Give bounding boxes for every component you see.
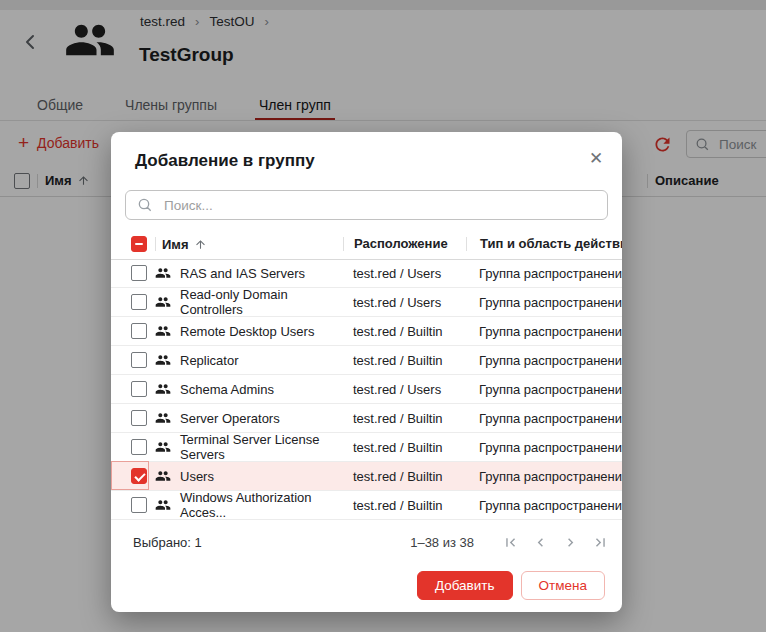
table-row[interactable]: Terminal Server License Servers test.red…	[111, 433, 622, 462]
dialog-search-input[interactable]	[162, 197, 607, 214]
add-to-group-dialog: Добавление в группу ✕ Имя Расположение Т…	[111, 132, 622, 612]
close-icon[interactable]: ✕	[586, 149, 606, 169]
row-location: test.red / Builtin	[343, 353, 466, 368]
row-name: Users	[180, 469, 214, 484]
row-location: test.red / Builtin	[343, 411, 466, 426]
group-icon	[155, 410, 171, 426]
row-name: Remote Desktop Users	[180, 324, 314, 339]
row-location: test.red / Users	[343, 382, 466, 397]
last-page-icon[interactable]	[588, 530, 612, 554]
search-icon	[137, 197, 153, 213]
row-type: Группа распространения	[466, 498, 622, 513]
row-location: test.red / Builtin	[343, 498, 466, 513]
row-name: Terminal Server License Servers	[180, 432, 343, 462]
column-header-name[interactable]: Имя	[162, 237, 189, 252]
sort-asc-icon[interactable]	[194, 238, 207, 251]
table-row[interactable]: Remote Desktop Users test.red / Builtin …	[111, 317, 622, 346]
row-type: Группа распространения	[466, 266, 622, 281]
table-row[interactable]: Windows Authorization Acces... test.red …	[111, 491, 622, 520]
row-type: Группа распространения	[466, 324, 622, 339]
pagination: 1–38 из 38	[410, 530, 612, 554]
group-icon	[155, 468, 171, 484]
group-icon	[155, 352, 171, 368]
row-checkbox[interactable]	[131, 410, 147, 426]
row-type: Группа распространения	[466, 469, 622, 484]
row-checkbox[interactable]	[131, 323, 147, 339]
row-name: Read-only Domain Controllers	[180, 287, 343, 317]
row-type: Группа распространения	[466, 411, 622, 426]
previous-page-icon[interactable]	[528, 530, 552, 554]
table-row[interactable]: Replicator test.red / Builtin Группа рас…	[111, 346, 622, 375]
row-checkbox[interactable]	[131, 439, 147, 455]
row-location: test.red / Builtin	[343, 324, 466, 339]
cancel-button[interactable]: Отмена	[521, 571, 605, 600]
row-name: Windows Authorization Acces...	[180, 490, 343, 520]
row-name: Replicator	[180, 353, 239, 368]
submit-button[interactable]: Добавить	[417, 571, 513, 600]
pagination-range: 1–38 из 38	[410, 535, 474, 550]
row-checkbox[interactable]	[131, 497, 147, 513]
group-icon	[155, 381, 171, 397]
table-row[interactable]: Users test.red / Builtin Группа распрост…	[111, 462, 622, 491]
group-icon	[155, 265, 171, 281]
next-page-icon[interactable]	[558, 530, 582, 554]
select-all-checkbox[interactable]	[131, 236, 147, 252]
row-location: test.red / Builtin	[343, 440, 466, 455]
column-header-type[interactable]: Тип и область действия группы	[466, 237, 622, 251]
dialog-title: Добавление в группу	[135, 151, 315, 171]
row-checkbox[interactable]	[131, 352, 147, 368]
group-icon	[155, 497, 171, 513]
dialog-search-box[interactable]	[125, 190, 608, 220]
row-checkbox[interactable]	[131, 265, 147, 281]
row-location: test.red / Builtin	[343, 469, 466, 484]
first-page-icon[interactable]	[498, 530, 522, 554]
column-header-location[interactable]: Расположение	[343, 237, 466, 251]
dialog-table-header: Имя Расположение Тип и область действия …	[111, 229, 622, 260]
row-name: RAS and IAS Servers	[180, 266, 305, 281]
row-location: test.red / Users	[343, 266, 466, 281]
row-type: Группа распространения	[466, 382, 622, 397]
row-name: Server Operators	[180, 411, 280, 426]
row-type: Группа распространения	[466, 440, 622, 455]
row-name: Schema Admins	[180, 382, 274, 397]
table-row[interactable]: Server Operators test.red / Builtin Груп…	[111, 404, 622, 433]
dialog-table-body: RAS and IAS Servers test.red / Users Гру…	[111, 259, 622, 520]
row-type: Группа распространения	[466, 295, 622, 310]
row-checkbox[interactable]	[131, 294, 147, 310]
table-row[interactable]: Schema Admins test.red / Users Группа ра…	[111, 375, 622, 404]
row-checkbox[interactable]	[131, 381, 147, 397]
selected-count: Выбрано: 1	[133, 535, 202, 550]
row-checkbox[interactable]	[131, 468, 147, 484]
dialog-actions: Добавить Отмена	[417, 571, 605, 600]
group-icon	[155, 439, 171, 455]
group-icon	[155, 323, 171, 339]
table-row[interactable]: Read-only Domain Controllers test.red / …	[111, 288, 622, 317]
dialog-footer: Выбрано: 1 1–38 из 38	[111, 526, 622, 558]
row-location: test.red / Users	[343, 295, 466, 310]
group-icon	[155, 294, 171, 310]
row-type: Группа распространения	[466, 353, 622, 368]
table-row[interactable]: RAS and IAS Servers test.red / Users Гру…	[111, 259, 622, 288]
